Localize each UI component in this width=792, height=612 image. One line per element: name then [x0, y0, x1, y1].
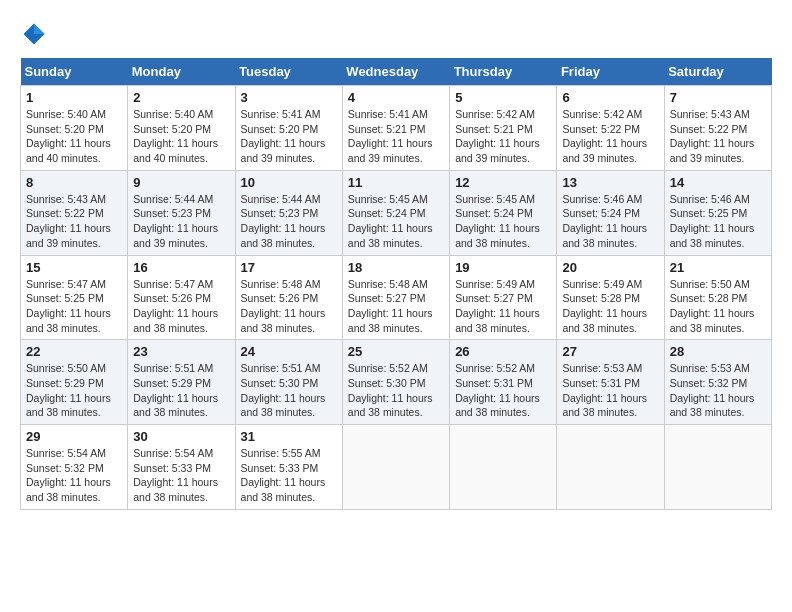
day-info: Sunrise: 5:41 AM Sunset: 5:21 PM Dayligh…	[348, 107, 444, 166]
header-row: SundayMondayTuesdayWednesdayThursdayFrid…	[21, 58, 772, 86]
day-cell: 6 Sunrise: 5:42 AM Sunset: 5:22 PM Dayli…	[557, 86, 664, 171]
day-number: 9	[133, 175, 229, 190]
day-info: Sunrise: 5:50 AM Sunset: 5:29 PM Dayligh…	[26, 361, 122, 420]
day-info: Sunrise: 5:44 AM Sunset: 5:23 PM Dayligh…	[133, 192, 229, 251]
page-header	[20, 20, 772, 48]
day-info: Sunrise: 5:45 AM Sunset: 5:24 PM Dayligh…	[348, 192, 444, 251]
week-row-4: 22 Sunrise: 5:50 AM Sunset: 5:29 PM Dayl…	[21, 340, 772, 425]
day-info: Sunrise: 5:44 AM Sunset: 5:23 PM Dayligh…	[241, 192, 337, 251]
day-info: Sunrise: 5:40 AM Sunset: 5:20 PM Dayligh…	[26, 107, 122, 166]
day-number: 5	[455, 90, 551, 105]
day-number: 16	[133, 260, 229, 275]
day-cell: 30 Sunrise: 5:54 AM Sunset: 5:33 PM Dayl…	[128, 425, 235, 510]
day-number: 3	[241, 90, 337, 105]
day-cell: 2 Sunrise: 5:40 AM Sunset: 5:20 PM Dayli…	[128, 86, 235, 171]
day-number: 31	[241, 429, 337, 444]
day-number: 24	[241, 344, 337, 359]
day-info: Sunrise: 5:55 AM Sunset: 5:33 PM Dayligh…	[241, 446, 337, 505]
day-info: Sunrise: 5:54 AM Sunset: 5:33 PM Dayligh…	[133, 446, 229, 505]
header-saturday: Saturday	[664, 58, 771, 86]
day-cell: 17 Sunrise: 5:48 AM Sunset: 5:26 PM Dayl…	[235, 255, 342, 340]
day-info: Sunrise: 5:42 AM Sunset: 5:22 PM Dayligh…	[562, 107, 658, 166]
header-wednesday: Wednesday	[342, 58, 449, 86]
day-number: 26	[455, 344, 551, 359]
day-info: Sunrise: 5:41 AM Sunset: 5:20 PM Dayligh…	[241, 107, 337, 166]
day-number: 28	[670, 344, 766, 359]
day-cell: 4 Sunrise: 5:41 AM Sunset: 5:21 PM Dayli…	[342, 86, 449, 171]
day-cell: 3 Sunrise: 5:41 AM Sunset: 5:20 PM Dayli…	[235, 86, 342, 171]
day-info: Sunrise: 5:53 AM Sunset: 5:31 PM Dayligh…	[562, 361, 658, 420]
day-number: 6	[562, 90, 658, 105]
day-cell: 8 Sunrise: 5:43 AM Sunset: 5:22 PM Dayli…	[21, 170, 128, 255]
header-tuesday: Tuesday	[235, 58, 342, 86]
day-cell: 9 Sunrise: 5:44 AM Sunset: 5:23 PM Dayli…	[128, 170, 235, 255]
day-cell	[342, 425, 449, 510]
day-cell: 19 Sunrise: 5:49 AM Sunset: 5:27 PM Dayl…	[450, 255, 557, 340]
day-cell: 23 Sunrise: 5:51 AM Sunset: 5:29 PM Dayl…	[128, 340, 235, 425]
day-cell: 13 Sunrise: 5:46 AM Sunset: 5:24 PM Dayl…	[557, 170, 664, 255]
day-number: 18	[348, 260, 444, 275]
day-cell: 20 Sunrise: 5:49 AM Sunset: 5:28 PM Dayl…	[557, 255, 664, 340]
day-info: Sunrise: 5:47 AM Sunset: 5:25 PM Dayligh…	[26, 277, 122, 336]
day-number: 7	[670, 90, 766, 105]
day-info: Sunrise: 5:46 AM Sunset: 5:25 PM Dayligh…	[670, 192, 766, 251]
day-number: 27	[562, 344, 658, 359]
day-info: Sunrise: 5:49 AM Sunset: 5:28 PM Dayligh…	[562, 277, 658, 336]
svg-marker-1	[34, 24, 45, 35]
day-number: 12	[455, 175, 551, 190]
day-cell: 27 Sunrise: 5:53 AM Sunset: 5:31 PM Dayl…	[557, 340, 664, 425]
day-cell: 10 Sunrise: 5:44 AM Sunset: 5:23 PM Dayl…	[235, 170, 342, 255]
day-cell: 21 Sunrise: 5:50 AM Sunset: 5:28 PM Dayl…	[664, 255, 771, 340]
day-number: 25	[348, 344, 444, 359]
day-cell	[557, 425, 664, 510]
calendar-table: SundayMondayTuesdayWednesdayThursdayFrid…	[20, 58, 772, 510]
logo-icon	[20, 20, 48, 48]
week-row-1: 1 Sunrise: 5:40 AM Sunset: 5:20 PM Dayli…	[21, 86, 772, 171]
day-cell: 14 Sunrise: 5:46 AM Sunset: 5:25 PM Dayl…	[664, 170, 771, 255]
day-info: Sunrise: 5:50 AM Sunset: 5:28 PM Dayligh…	[670, 277, 766, 336]
header-sunday: Sunday	[21, 58, 128, 86]
day-info: Sunrise: 5:53 AM Sunset: 5:32 PM Dayligh…	[670, 361, 766, 420]
day-number: 29	[26, 429, 122, 444]
day-number: 23	[133, 344, 229, 359]
day-cell: 29 Sunrise: 5:54 AM Sunset: 5:32 PM Dayl…	[21, 425, 128, 510]
day-number: 17	[241, 260, 337, 275]
day-number: 8	[26, 175, 122, 190]
day-cell: 16 Sunrise: 5:47 AM Sunset: 5:26 PM Dayl…	[128, 255, 235, 340]
day-info: Sunrise: 5:43 AM Sunset: 5:22 PM Dayligh…	[670, 107, 766, 166]
day-number: 20	[562, 260, 658, 275]
day-cell: 31 Sunrise: 5:55 AM Sunset: 5:33 PM Dayl…	[235, 425, 342, 510]
day-info: Sunrise: 5:43 AM Sunset: 5:22 PM Dayligh…	[26, 192, 122, 251]
day-info: Sunrise: 5:51 AM Sunset: 5:29 PM Dayligh…	[133, 361, 229, 420]
day-info: Sunrise: 5:46 AM Sunset: 5:24 PM Dayligh…	[562, 192, 658, 251]
day-number: 30	[133, 429, 229, 444]
day-cell	[450, 425, 557, 510]
header-monday: Monday	[128, 58, 235, 86]
day-cell: 12 Sunrise: 5:45 AM Sunset: 5:24 PM Dayl…	[450, 170, 557, 255]
day-number: 22	[26, 344, 122, 359]
day-number: 4	[348, 90, 444, 105]
day-info: Sunrise: 5:52 AM Sunset: 5:30 PM Dayligh…	[348, 361, 444, 420]
day-cell: 15 Sunrise: 5:47 AM Sunset: 5:25 PM Dayl…	[21, 255, 128, 340]
day-info: Sunrise: 5:51 AM Sunset: 5:30 PM Dayligh…	[241, 361, 337, 420]
day-number: 10	[241, 175, 337, 190]
day-cell: 5 Sunrise: 5:42 AM Sunset: 5:21 PM Dayli…	[450, 86, 557, 171]
day-number: 19	[455, 260, 551, 275]
day-cell: 22 Sunrise: 5:50 AM Sunset: 5:29 PM Dayl…	[21, 340, 128, 425]
day-number: 1	[26, 90, 122, 105]
day-cell: 25 Sunrise: 5:52 AM Sunset: 5:30 PM Dayl…	[342, 340, 449, 425]
week-row-3: 15 Sunrise: 5:47 AM Sunset: 5:25 PM Dayl…	[21, 255, 772, 340]
logo	[20, 20, 52, 48]
header-thursday: Thursday	[450, 58, 557, 86]
day-number: 21	[670, 260, 766, 275]
week-row-2: 8 Sunrise: 5:43 AM Sunset: 5:22 PM Dayli…	[21, 170, 772, 255]
day-info: Sunrise: 5:48 AM Sunset: 5:27 PM Dayligh…	[348, 277, 444, 336]
day-info: Sunrise: 5:40 AM Sunset: 5:20 PM Dayligh…	[133, 107, 229, 166]
day-cell: 11 Sunrise: 5:45 AM Sunset: 5:24 PM Dayl…	[342, 170, 449, 255]
day-number: 2	[133, 90, 229, 105]
day-cell: 26 Sunrise: 5:52 AM Sunset: 5:31 PM Dayl…	[450, 340, 557, 425]
day-number: 13	[562, 175, 658, 190]
day-number: 11	[348, 175, 444, 190]
day-info: Sunrise: 5:49 AM Sunset: 5:27 PM Dayligh…	[455, 277, 551, 336]
day-info: Sunrise: 5:54 AM Sunset: 5:32 PM Dayligh…	[26, 446, 122, 505]
